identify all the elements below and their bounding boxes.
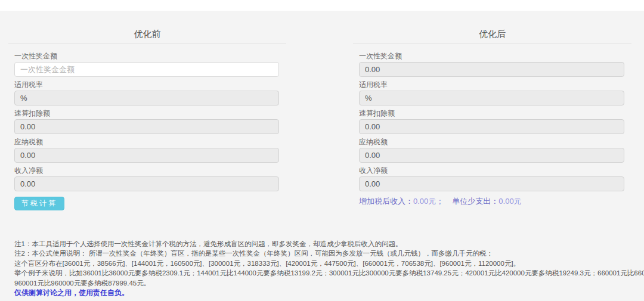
field-tax-payable-after: 应纳税额 <box>359 138 624 163</box>
footnotes-section: 注1：本工具适用于个人选择使用一次性奖金计算个税的方法，避免形成盲区的问题，即多… <box>0 215 644 297</box>
note-2: 注2：本公式使用说明： 所谓一次性奖金（年终奖）盲区，指的是某些一次性奖金（年终… <box>14 249 644 258</box>
quick-deduction-label: 速算扣除额 <box>14 109 279 118</box>
net-income-label: 收入净额 <box>359 166 624 175</box>
tax-rate-label: 适用税率 <box>14 80 279 89</box>
field-bonus-amount-before: 一次性奖金额 <box>14 52 279 77</box>
field-net-income-after: 收入净额 <box>359 166 624 191</box>
panel-after-divider <box>353 43 631 44</box>
note-blind-zone-ranges: 这个盲区分布在[36001元，38566元]、[144001元，160500元]… <box>14 259 644 268</box>
net-income-input-readonly <box>14 176 279 191</box>
bonus-amount-label: 一次性奖金额 <box>359 52 624 61</box>
field-tax-rate-before: 适用税率 <box>14 80 279 105</box>
optimization-result-line: 增加税后收入：0.00元；单位少支出：0.00元 <box>359 197 631 206</box>
tax-payable-input-readonly <box>14 148 279 163</box>
after-tax-income-increase-value: 0.00元； <box>413 197 444 206</box>
field-quick-deduction-before: 速算扣除额 <box>14 109 279 134</box>
tax-rate-input-readonly <box>359 91 624 105</box>
quick-deduction-input-readonly <box>359 119 624 134</box>
employer-savings-value: 0.00元 <box>499 197 521 206</box>
after-tax-income-increase-label: 增加税后收入： <box>359 197 413 206</box>
tax-rate-input-readonly <box>14 91 279 105</box>
field-net-income-before: 收入净额 <box>14 166 279 191</box>
tax-saving-calc-button[interactable]: 节税计算 <box>14 197 64 210</box>
panel-before-form: 一次性奖金额 适用税率 速算扣除额 应纳税额 收入净额 <box>8 52 286 191</box>
tax-payable-label: 应纳税额 <box>359 138 624 147</box>
panel-before-divider <box>8 43 286 44</box>
quick-deduction-label: 速算扣除额 <box>359 109 624 118</box>
field-tax-rate-after: 适用税率 <box>359 80 624 105</box>
disclaimer-text: 仅供测算讨论之用，使用责任自负。 <box>14 288 644 297</box>
panel-before-title: 优化前 <box>8 29 286 39</box>
bonus-amount-label: 一次性奖金额 <box>14 52 279 61</box>
panels-container: 优化前 一次性奖金额 适用税率 速算扣除额 应纳税额 <box>0 11 644 215</box>
employer-savings-label: 单位少支出： <box>452 197 499 206</box>
panel-after-form: 一次性奖金额 适用税率 速算扣除额 应纳税额 收入净额 <box>353 52 631 191</box>
field-tax-payable-before: 应纳税额 <box>14 138 279 163</box>
net-income-label: 收入净额 <box>14 166 279 175</box>
note-examples-continued: 960001元比960000元要多纳税87999.45元。 <box>14 278 644 288</box>
tax-rate-label: 适用税率 <box>359 80 624 89</box>
top-whitespace-bar <box>0 0 644 11</box>
panel-after-optimization: 优化后 一次性奖金额 适用税率 速算扣除额 应纳税额 <box>353 11 631 215</box>
quick-deduction-input-readonly <box>14 119 279 134</box>
tax-payable-label: 应纳税额 <box>14 138 279 147</box>
tax-calculator-page: 优化前 一次性奖金额 适用税率 速算扣除额 应纳税额 <box>0 11 644 301</box>
tax-payable-input-readonly <box>359 148 624 163</box>
note-examples: 举个例子来说明，比如36001比36000元要多纳税2309.1元；144001… <box>14 268 644 278</box>
bonus-amount-input-readonly <box>359 62 624 77</box>
field-bonus-amount-after: 一次性奖金额 <box>359 52 624 77</box>
panel-after-title: 优化后 <box>353 29 631 39</box>
bonus-amount-input[interactable] <box>14 62 279 77</box>
net-income-input-readonly <box>359 176 624 191</box>
panel-before-optimization: 优化前 一次性奖金额 适用税率 速算扣除额 应纳税额 <box>8 11 286 215</box>
field-quick-deduction-after: 速算扣除额 <box>359 109 624 134</box>
note-1: 注1：本工具适用于个人选择使用一次性奖金计算个税的方法，避免形成盲区的问题，即多… <box>14 239 644 249</box>
